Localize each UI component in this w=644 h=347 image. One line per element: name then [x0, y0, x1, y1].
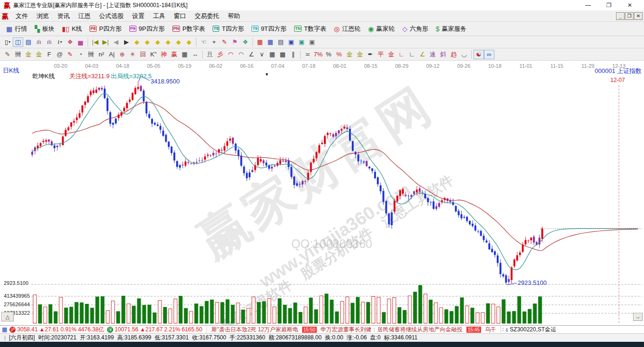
analyze-tool[interactable]: ❖	[240, 37, 250, 47]
pan-view-button[interactable]: ◆	[173, 37, 184, 47]
menu-item-窗口[interactable]: 窗口	[170, 10, 190, 22]
v-line-tool[interactable]: ∨	[257, 50, 267, 59]
taichi-toggle[interactable]: ☯	[474, 50, 484, 59]
hand-tool[interactable]: ☜	[198, 37, 209, 47]
f-angle-tool[interactable]: ∟	[407, 50, 417, 59]
hexagon-button[interactable]: ◇六角形	[398, 23, 432, 35]
gann-box-tool[interactable]: 且	[205, 50, 215, 59]
expand-bars-button[interactable]: ◆	[142, 37, 152, 47]
percent-line-tool[interactable]: %	[334, 50, 344, 59]
compress-bars-button[interactable]: ◆	[132, 37, 142, 47]
golden-ring-tool[interactable]: 金	[344, 50, 355, 59]
save-button[interactable]: ▣	[286, 37, 296, 47]
square-spiral-tool[interactable]: 回	[138, 50, 148, 59]
speed-fan-tool[interactable]: 彡	[215, 50, 225, 59]
last-page-button[interactable]: ▶|	[100, 37, 111, 47]
kline-button[interactable]: ▮▯K线	[58, 23, 86, 35]
t-square-button[interactable]: T8T四方形	[209, 23, 248, 35]
minute-chart-3-button[interactable]: ılı	[34, 37, 44, 47]
p-table-button[interactable]: PNP数字表	[169, 23, 209, 35]
print-button[interactable]: ▣	[307, 37, 317, 47]
bar-width-tool[interactable]: ↔	[190, 50, 200, 59]
golden-line-tool[interactable]: 金	[355, 50, 365, 59]
percent-7-tool[interactable]: 7%	[313, 50, 323, 59]
menu-item-浏览[interactable]: 浏览	[32, 10, 53, 22]
scroll-right-button[interactable]: →	[633, 313, 643, 321]
color-chart-button[interactable]: ▅	[75, 37, 86, 47]
trend-tool[interactable]: 趋	[448, 50, 459, 59]
arc-b-tool[interactable]: ◠	[236, 50, 246, 59]
price-grid-tool[interactable]: 卌	[86, 50, 96, 59]
infinity-toggle[interactable]: ∞	[484, 50, 494, 59]
golden-section-a-tool[interactable]: 金	[23, 50, 34, 59]
j-angle-tool[interactable]: ∟	[396, 50, 407, 59]
center-view-button[interactable]: ◆	[163, 37, 173, 47]
gann-wheel-button[interactable]: ◎江恩轮	[330, 23, 364, 35]
grid-a-tool[interactable]: ▦	[267, 50, 277, 59]
child-minimize-button[interactable]: _	[616, 12, 625, 20]
fibonacci-tool[interactable]: F	[44, 50, 54, 59]
calculator-button[interactable]: ▦	[265, 37, 276, 47]
k-notation-tool[interactable]: K"	[148, 50, 159, 59]
gann-line-tool[interactable]: 卌	[13, 50, 23, 59]
annotate-tool[interactable]: ✎	[219, 37, 230, 47]
quotes-button[interactable]: ▦行情	[2, 23, 31, 35]
menu-item-工具[interactable]: 工具	[149, 10, 170, 22]
speed-tool[interactable]: 速	[428, 50, 438, 59]
stock-list-button[interactable]: ▤	[23, 37, 34, 47]
flag-tool[interactable]: ⚑	[230, 37, 240, 47]
shen-tool[interactable]: 神	[159, 50, 169, 59]
candlestick-chart[interactable]	[0, 61, 644, 325]
fit-width-button[interactable]: ◆	[152, 37, 163, 47]
market-grid-icon[interactable]: ▦	[2, 326, 7, 333]
kline-period-selector[interactable]: ▯▾	[2, 37, 13, 47]
9t-square-button[interactable]: T99T四方形	[248, 23, 290, 35]
child-close-button[interactable]: ✕	[634, 12, 643, 20]
child-restore-button[interactable]: ❐	[625, 12, 634, 20]
sh-index-value[interactable]: 3058.41	[17, 326, 37, 333]
crosshair-tool[interactable]: +	[209, 37, 219, 47]
gann-wheel-tool[interactable]: ✳	[127, 50, 138, 59]
t-table-button[interactable]: TNT数字表	[290, 23, 330, 35]
slope-tool[interactable]: 斜	[438, 50, 448, 59]
candle-style-selector[interactable]: ≀▾	[54, 37, 65, 47]
news-ticker[interactable]: 斯"袭击日本致2死 12万户家庭断电 15:50 申万宏源董事长刘健：居民储蓄将…	[206, 326, 501, 333]
minimize-button[interactable]: —	[578, 2, 599, 9]
red-marker-tool[interactable]: ✎	[65, 50, 75, 59]
parallel-lines-tool[interactable]: ∥	[288, 50, 298, 59]
mirror-tool[interactable]: A|	[107, 50, 117, 59]
square-of-nine-tool[interactable]: n²	[96, 50, 107, 59]
notes-button[interactable]: ▤	[276, 37, 286, 47]
pencil-tool[interactable]: ✎	[2, 50, 13, 59]
full-view-button[interactable]: ◆	[184, 37, 194, 47]
sectors-button[interactable]: ▚板块	[31, 23, 58, 35]
level-tool[interactable]: 平	[376, 50, 386, 59]
menu-item-资讯[interactable]: 资讯	[53, 10, 74, 22]
info-window-toggle[interactable]: ◫	[13, 37, 23, 47]
scroll-up-button[interactable]: △	[1, 312, 14, 321]
prev-button[interactable]: ◀	[111, 37, 121, 47]
news-item[interactable]: 斯"袭击日本致2死 12万户家庭断电	[211, 326, 298, 334]
p-square-button[interactable]: P8P四方形	[86, 23, 125, 35]
menu-item-设置[interactable]: 设置	[128, 10, 149, 22]
golden-angle-tool[interactable]: ∠	[417, 50, 428, 59]
menu-item-江恩[interactable]: 江恩	[74, 10, 95, 22]
time-cycle-tool[interactable]: ◔	[75, 50, 86, 59]
number-grid-tool[interactable]: ▦	[179, 50, 190, 59]
restore-button[interactable]: ❐	[599, 2, 619, 9]
close-button[interactable]: ✕	[619, 2, 640, 9]
menu-item-交易委托[interactable]: 交易委托	[190, 10, 224, 22]
minute-chart-9-button[interactable]: ılı	[44, 37, 54, 47]
menu-item-帮助[interactable]: 帮助	[224, 10, 244, 22]
export-button[interactable]: ▣	[296, 37, 307, 47]
angle-line-tool[interactable]: ∠	[246, 50, 257, 59]
golden-bar-tool[interactable]: 金	[386, 50, 396, 59]
candle-style-selector-dropdown[interactable]: ▾	[60, 40, 62, 44]
percent-tool[interactable]: %	[323, 50, 334, 59]
arc-a-tool[interactable]: ◠	[225, 50, 236, 59]
menu-item-文件[interactable]: 文件	[11, 10, 32, 22]
spiral-tool[interactable]: @	[54, 50, 65, 59]
menu-item-公式选股[interactable]: 公式选股	[95, 10, 128, 22]
scale-tool[interactable]: ≍	[303, 50, 313, 59]
ying-tool[interactable]: 赢	[169, 50, 179, 59]
